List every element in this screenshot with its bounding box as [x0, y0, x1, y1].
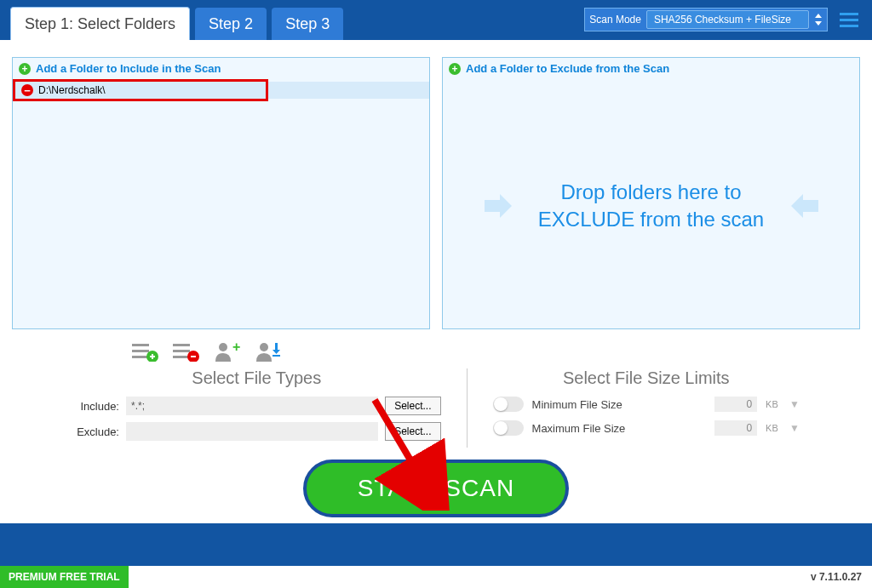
step-tabs: Step 1: Select Folders Step 2 Step 3	[10, 7, 343, 40]
tab-step2[interactable]: Step 2	[195, 8, 267, 40]
svg-rect-10	[191, 356, 196, 357]
svg-rect-8	[173, 356, 190, 358]
add-exclude-folder-button[interactable]: + Add a Folder to Exclude from the Scan	[443, 58, 859, 79]
exclude-drop-area[interactable]: Drop folders here to EXCLUDE from the sc…	[443, 83, 859, 328]
svg-point-11	[219, 343, 227, 351]
include-panel: + Add a Folder to Include in the Scan − …	[12, 57, 430, 329]
included-folder-row[interactable]: − D:\Nerdschalk\	[13, 79, 268, 101]
start-scan-button[interactable]: START SCAN	[303, 460, 569, 517]
exclude-drop-text: Drop folders here to EXCLUDE from the sc…	[524, 179, 779, 234]
exclude-panel: + Add a Folder to Exclude from the Scan …	[442, 57, 860, 329]
file-size-section: Select File Size Limits Minimum File Siz…	[467, 368, 800, 448]
svg-rect-0	[132, 344, 149, 346]
list-remove-icon[interactable]	[173, 341, 198, 362]
max-size-label: Maximum File Size	[532, 422, 707, 435]
min-size-unit: KB	[766, 399, 781, 409]
scan-mode-selector[interactable]: Scan Mode SHA256 Checksum + FileSize	[584, 8, 828, 31]
svg-rect-15	[272, 355, 280, 357]
max-size-unit: KB	[766, 423, 781, 433]
trial-badge[interactable]: PREMIUM FREE TRIAL	[0, 566, 129, 588]
folder-path: D:\Nerdschalk\	[38, 84, 106, 96]
version-label: v 7.11.0.27	[811, 566, 872, 588]
exclude-header-text: Add a Folder to Exclude from the Scan	[466, 62, 669, 75]
updown-icon	[814, 13, 823, 26]
plus-icon: +	[19, 63, 31, 75]
tab-step3[interactable]: Step 3	[272, 8, 343, 40]
user-download-icon[interactable]	[255, 341, 280, 362]
user-add-icon[interactable]: +	[214, 341, 239, 362]
min-size-toggle[interactable]	[493, 397, 524, 412]
exclude-types-label: Exclude:	[72, 425, 119, 438]
file-types-section: Select File Types Include: Select... Exc…	[72, 368, 441, 448]
svg-text:+: +	[232, 341, 240, 354]
bottom-blue-bar	[0, 523, 872, 566]
top-bar: Step 1: Select Folders Step 2 Step 3 Sca…	[0, 0, 872, 40]
folder-row-bg	[268, 82, 429, 99]
chevron-down-icon[interactable]: ▼	[789, 398, 800, 410]
max-size-toggle[interactable]	[493, 420, 524, 436]
include-types-label: Include:	[72, 400, 119, 413]
file-types-title: Select File Types	[72, 368, 441, 388]
tab-step1[interactable]: Step 1: Select Folders	[10, 7, 190, 40]
list-add-icon[interactable]	[132, 341, 158, 362]
include-header-text: Add a Folder to Include in the Scan	[36, 62, 221, 75]
min-size-label: Minimum File Size	[532, 398, 707, 411]
svg-rect-2	[132, 356, 149, 358]
footer: PREMIUM FREE TRIAL v 7.11.0.27	[0, 566, 872, 588]
add-include-folder-button[interactable]: + Add a Folder to Include in the Scan	[13, 58, 429, 79]
exclude-types-input[interactable]	[126, 422, 378, 441]
svg-rect-14	[275, 343, 278, 350]
exclude-types-select-button[interactable]: Select...	[385, 422, 440, 441]
menu-icon[interactable]	[836, 9, 862, 31]
include-types-input[interactable]	[126, 397, 378, 415]
max-size-input[interactable]	[714, 420, 757, 436]
svg-point-13	[260, 343, 268, 351]
min-size-input[interactable]	[714, 397, 757, 412]
plus-icon: +	[449, 63, 461, 75]
file-size-title: Select File Size Limits	[493, 368, 800, 388]
remove-icon[interactable]: −	[21, 84, 33, 96]
chevron-down-icon[interactable]: ▼	[789, 422, 800, 434]
scan-mode-value: SHA256 Checksum + FileSize	[646, 10, 809, 29]
list-toolbar: +	[132, 341, 872, 362]
svg-rect-1	[132, 350, 149, 352]
scan-mode-label: Scan Mode	[589, 14, 641, 26]
svg-rect-5	[152, 354, 153, 359]
svg-rect-7	[173, 350, 190, 352]
include-types-select-button[interactable]: Select...	[385, 397, 440, 415]
svg-rect-6	[173, 344, 190, 346]
